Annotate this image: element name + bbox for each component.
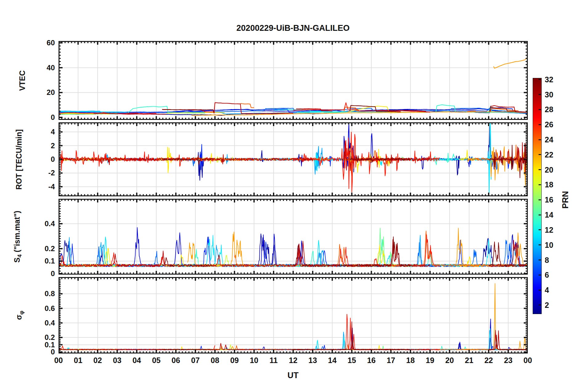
colorbar-tick — [539, 229, 541, 230]
x-tick-label: 11 — [270, 356, 278, 365]
colorbar-tick — [539, 169, 541, 170]
y-axis-label-wrap: ROT [TECU/min] — [1, 129, 38, 190]
colorbar-gradient — [533, 78, 542, 314]
series-prn-26 — [240, 104, 254, 108]
colorbar-tick — [539, 79, 541, 80]
chart-title: 20200229-UiB-BJN-GALILEO — [236, 23, 350, 33]
panel-sigma-phi-plot-area — [59, 277, 528, 353]
series-prn-30 — [59, 251, 166, 267]
y-tick-label: 2 — [36, 141, 55, 150]
colorbar-tick-label: 22 — [545, 150, 553, 159]
colorbar-tick — [539, 139, 541, 140]
x-tick-label: 09 — [230, 356, 239, 365]
y-tick-label: -2 — [36, 169, 55, 177]
panel-s4-plot-area — [59, 199, 528, 275]
x-tick-label: 00 — [54, 356, 63, 365]
series-prn-14 — [297, 112, 348, 112]
x-tick-label: 01 — [74, 356, 83, 365]
x-tick-label: 20 — [445, 356, 454, 365]
y-tick-label: 0.1 — [36, 257, 55, 265]
colorbar-tick — [539, 304, 541, 305]
series-prn-24 — [455, 284, 528, 350]
x-tick-label: 21 — [465, 356, 474, 365]
colorbar-tick-label: 2 — [545, 300, 549, 309]
y-axis-label-rot: ROT [TECU/min] — [15, 129, 24, 190]
x-tick-label: 18 — [406, 356, 415, 365]
colorbar-tick-label: 20 — [545, 165, 553, 174]
colorbar-tick-label: 10 — [545, 240, 553, 249]
colorbar-label: PRN — [561, 191, 570, 208]
x-tick-label: 00 — [523, 356, 532, 365]
panel-rot-plot-area — [59, 122, 528, 196]
x-tick-label: 07 — [191, 356, 200, 365]
colorbar-tick — [539, 154, 541, 155]
series-prn-30 — [342, 322, 430, 350]
y-axis-label-wrap: VTEC — [4, 50, 41, 111]
colorbar-tick-label: 30 — [545, 90, 553, 99]
series-prn-28 — [293, 235, 440, 267]
y-tick-label: 0.4 — [36, 319, 55, 327]
colorbar-tick — [539, 199, 541, 200]
y-axis-label-wrap: S4 ("ism.mat") — [0, 206, 36, 267]
x-tick-label: 03 — [113, 356, 121, 365]
x-tick-label: 05 — [152, 356, 161, 365]
x-tick-label: 15 — [348, 356, 356, 365]
x-tick-label: 13 — [308, 356, 317, 365]
x-tick-label: 02 — [93, 356, 102, 365]
colorbar-tick-label: 6 — [545, 271, 549, 280]
y-tick-label: 0 — [36, 113, 55, 122]
panel-vtec-plot-area — [59, 41, 528, 120]
y-tick-label: 60 — [36, 39, 55, 47]
colorbar-tick-label: 26 — [545, 120, 553, 129]
series-prn-10 — [176, 332, 362, 350]
series-prn-24 — [487, 147, 528, 185]
y-tick-label: 0.4 — [36, 219, 55, 228]
x-tick-label: 14 — [328, 356, 337, 365]
y-tick-label: 0 — [36, 269, 55, 278]
colorbar-tick — [539, 124, 541, 125]
y-axis-label-sigma-phi: σφ — [14, 311, 25, 320]
figure: 20200229-UiB-BJN-GALILEO 0204060VTEC-4-2… — [0, 0, 586, 392]
series-prn-24 — [494, 58, 528, 68]
y-tick-label: 4 — [36, 128, 55, 136]
series-prn-30 — [342, 239, 430, 267]
colorbar-tick — [539, 259, 541, 260]
colorbar-tick — [539, 94, 541, 95]
y-tick-label: 0.2 — [36, 244, 55, 253]
colorbar-tick — [539, 290, 541, 291]
colorbar-tick — [539, 214, 541, 215]
colorbar-tick-label: 4 — [545, 286, 549, 295]
x-tick-label: 19 — [426, 356, 434, 365]
colorbar-tick-label: 12 — [545, 225, 553, 234]
y-tick-label: 0.2 — [36, 333, 55, 342]
x-tick-label: 16 — [367, 356, 376, 365]
y-tick-label: -4 — [36, 182, 55, 191]
x-tick-label: 06 — [172, 356, 180, 365]
y-tick-label: 0.8 — [36, 289, 55, 298]
y-axis-label-vtec: VTEC — [18, 70, 27, 91]
x-tick-label: 04 — [132, 356, 141, 365]
x-tick-label: 08 — [211, 356, 219, 365]
colorbar-tick-label: 8 — [545, 255, 549, 264]
y-axis-label-s4: S4 ("ism.mat") — [13, 211, 23, 263]
x-tick-label: 17 — [387, 356, 395, 365]
y-tick-label: 0.6 — [36, 304, 55, 313]
y-tick-label: 0 — [36, 155, 55, 164]
x-tick-label: 22 — [484, 356, 493, 365]
colorbar-tick — [539, 109, 541, 110]
x-axis-label: UT — [287, 371, 299, 380]
x-tick-label: 12 — [289, 356, 298, 365]
colorbar-tick — [539, 184, 541, 185]
colorbar-tick-label: 24 — [545, 135, 553, 144]
colorbar-tick-label: 28 — [545, 105, 553, 114]
colorbar-tick — [539, 244, 541, 245]
y-axis-label-wrap: σφ — [1, 284, 38, 346]
colorbar-tick-label: 32 — [545, 75, 553, 84]
x-tick-label: 23 — [504, 356, 513, 365]
x-tick-label: 10 — [250, 356, 258, 365]
colorbar-tick — [539, 275, 541, 276]
